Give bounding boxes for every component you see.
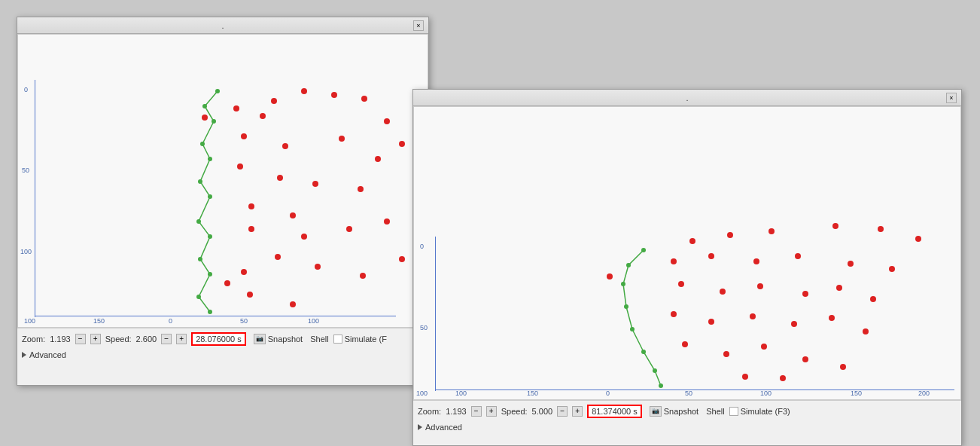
svg-point-78 <box>761 344 767 350</box>
svg-point-20 <box>384 118 390 124</box>
svg-point-55 <box>832 223 838 229</box>
camera-icon-1: 📷 <box>254 334 266 344</box>
svg-point-67 <box>802 291 808 297</box>
speed-plus-button-2[interactable]: + <box>572 406 583 417</box>
speed-minus-button-1[interactable]: − <box>161 334 172 344</box>
svg-point-63 <box>889 266 895 272</box>
svg-point-82 <box>742 374 748 380</box>
time-display-1: 28.076000 s <box>191 332 246 346</box>
svg-point-49 <box>641 350 646 354</box>
svg-point-25 <box>375 156 381 162</box>
svg-point-75 <box>863 328 869 334</box>
window-2: . × 0 50 100 100 150 0 50 100 150 200 <box>412 89 962 446</box>
svg-point-16 <box>260 113 266 119</box>
svg-point-8 <box>208 234 212 239</box>
zoom-value-1: 1.193 <box>50 334 71 344</box>
svg-point-52 <box>689 238 695 244</box>
zoom-minus-button-2[interactable]: − <box>471 406 482 417</box>
zoom-label-2: Zoom: <box>418 407 441 416</box>
svg-point-44 <box>641 248 646 252</box>
window-2-close-button[interactable]: × <box>946 93 957 103</box>
svg-point-37 <box>315 264 321 270</box>
svg-point-27 <box>277 175 283 181</box>
simulate-button-2[interactable]: Simulate (F3) <box>729 407 790 416</box>
speed-minus-button-2[interactable]: − <box>557 406 568 417</box>
svg-point-59 <box>708 253 714 259</box>
svg-point-24 <box>339 136 345 142</box>
svg-point-39 <box>360 273 366 279</box>
shell-label-2[interactable]: Shell <box>706 407 724 416</box>
zoom-plus-button-1[interactable]: + <box>90 334 101 344</box>
svg-point-50 <box>653 368 657 373</box>
zoom-minus-button-1[interactable]: − <box>75 334 86 344</box>
svg-point-54 <box>768 228 775 234</box>
snapshot-button-1[interactable]: 📷 Snapshot <box>251 333 306 345</box>
svg-point-66 <box>757 283 763 289</box>
svg-point-13 <box>202 115 208 121</box>
svg-point-33 <box>301 234 307 240</box>
svg-point-42 <box>290 301 296 307</box>
shell-label-1[interactable]: Shell <box>310 334 328 344</box>
svg-point-36 <box>275 254 281 260</box>
svg-point-6 <box>208 194 212 199</box>
svg-point-12 <box>208 310 212 314</box>
svg-point-26 <box>237 163 243 170</box>
window-2-toolbar: Zoom: 1.193 − + Speed: 5.000 − + 81.3740… <box>413 400 961 421</box>
svg-point-3 <box>200 142 205 146</box>
svg-point-32 <box>248 226 254 232</box>
svg-point-35 <box>384 218 390 225</box>
window-1-canvas: 0 50 100 100 150 0 50 100 0 50 <box>17 34 428 328</box>
svg-point-56 <box>878 226 884 232</box>
svg-point-51 <box>659 383 663 388</box>
simulation-svg-2 <box>414 107 961 400</box>
svg-point-76 <box>682 341 688 347</box>
snapshot-button-2[interactable]: 📷 Snapshot <box>647 405 702 417</box>
svg-point-46 <box>621 282 625 286</box>
svg-point-2 <box>212 119 216 124</box>
svg-point-22 <box>241 133 247 139</box>
svg-point-38 <box>241 269 247 275</box>
speed-plus-button-1[interactable]: + <box>176 334 187 344</box>
speed-label-2: Speed: <box>501 407 528 416</box>
svg-point-4 <box>208 157 212 161</box>
svg-point-69 <box>870 296 876 302</box>
svg-point-31 <box>290 212 296 218</box>
svg-point-48 <box>630 327 635 331</box>
svg-point-40 <box>399 256 405 262</box>
zoom-plus-button-2[interactable]: + <box>486 406 497 417</box>
svg-point-23 <box>282 143 288 149</box>
svg-point-47 <box>624 304 628 309</box>
speed-value-1: 2.600 <box>136 334 157 344</box>
svg-point-1 <box>202 104 207 108</box>
svg-point-58 <box>671 258 677 264</box>
svg-point-81 <box>780 375 786 381</box>
advanced-row-2[interactable]: Advanced <box>413 421 961 433</box>
speed-label-1: Speed: <box>105 334 132 344</box>
camera-icon-2: 📷 <box>650 406 662 417</box>
zoom-label-1: Zoom: <box>22 334 45 344</box>
svg-point-15 <box>271 98 277 104</box>
simulate-checkbox-2[interactable] <box>729 407 738 416</box>
svg-point-18 <box>331 92 337 98</box>
window-2-titlebar: . × <box>413 90 961 106</box>
svg-point-68 <box>836 285 842 291</box>
svg-point-53 <box>727 232 733 238</box>
svg-point-9 <box>198 257 202 261</box>
svg-point-70 <box>671 311 677 317</box>
svg-point-73 <box>791 321 797 327</box>
svg-point-65 <box>720 289 726 295</box>
svg-point-72 <box>750 313 756 319</box>
svg-point-30 <box>248 203 254 209</box>
window-2-title: . <box>686 93 688 102</box>
simulate-button-1[interactable]: Simulate (F <box>333 334 387 344</box>
zoom-value-2: 1.193 <box>446 407 467 416</box>
svg-point-43 <box>224 280 230 286</box>
svg-point-34 <box>346 226 352 232</box>
window-1-close-button[interactable]: × <box>413 20 424 31</box>
svg-point-11 <box>196 295 201 299</box>
advanced-row-1[interactable]: Advanced <box>17 349 428 361</box>
simulate-checkbox-1[interactable] <box>333 334 342 344</box>
advanced-triangle-2 <box>418 424 422 430</box>
svg-point-7 <box>196 219 201 224</box>
svg-point-60 <box>753 258 759 264</box>
